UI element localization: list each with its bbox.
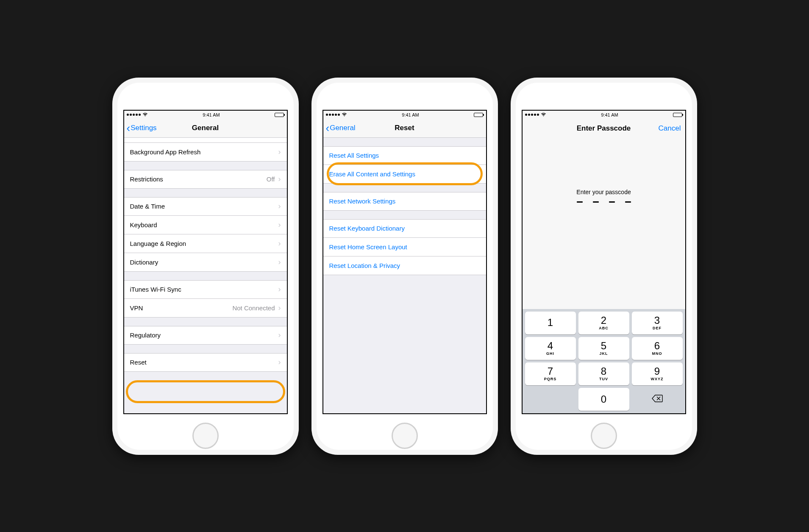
status-bar: 9:41 AM [323,111,486,119]
row-label: Keyboard [130,221,157,228]
battery-icon [673,113,682,117]
key-delete[interactable] [632,388,683,411]
row-date-time[interactable]: Date & Time › [124,197,287,216]
chevron-right-icon: › [278,220,281,229]
row-label: Reset Keyboard Dictionary [329,225,405,232]
key-7[interactable]: 7PQRS [525,362,576,385]
key-9[interactable]: 9WXYZ [632,362,683,385]
row-vpn[interactable]: VPN Not Connected› [124,299,287,318]
row-language-region[interactable]: Language & Region › [124,234,287,253]
chevron-right-icon: › [278,331,281,340]
row-label: Reset [130,359,147,366]
row-label: Regulatory [130,331,161,339]
chevron-right-icon: › [278,358,281,367]
row-label: Date & Time [130,203,165,210]
chevron-right-icon: › [278,138,281,138]
wifi-icon [142,112,148,117]
key-3[interactable]: 3DEF [632,312,683,334]
row-restrictions[interactable]: Restrictions Off› [124,170,287,189]
back-label: General [330,124,355,132]
row-itunes-wifi-sync[interactable]: iTunes Wi-Fi Sync › [124,280,287,299]
battery-icon [275,113,284,117]
screen-general-settings: 9:41 AM ‹ Settings General Storage & iCl… [123,110,288,414]
key-8[interactable]: 8TUV [578,362,629,385]
passcode-body: Enter your passcode [523,138,685,309]
row-label: Reset Network Settings [329,198,396,205]
row-reset-all-settings[interactable]: Reset All Settings [323,146,486,165]
wifi-icon [541,112,546,117]
nav-bar: ‹ Settings General [124,119,287,138]
row-label: VPN [130,304,143,312]
chevron-right-icon: › [278,285,281,294]
numeric-keypad: 1 2ABC 3DEF 4GHI 5JKL 6MNO 7PQRS 8TUV 9W… [523,309,685,413]
row-detail: Not Connected [232,304,275,312]
nav-bar: Enter Passcode Cancel [523,119,685,138]
row-keyboard[interactable]: Keyboard › [124,216,287,234]
passcode-prompt: Enter your passcode [576,189,631,195]
home-button[interactable] [392,423,418,449]
status-time: 9:41 AM [402,112,419,117]
screen-reset-menu: 9:41 AM ‹ General Reset Reset All Settin… [322,110,487,414]
row-label: Erase All Content and Settings [329,170,415,178]
back-label: Settings [131,124,156,132]
cancel-button[interactable]: Cancel [659,124,681,133]
status-time: 9:41 AM [601,112,618,117]
row-reset-location-privacy[interactable]: Reset Location & Privacy [323,256,486,275]
chevron-left-icon: ‹ [127,123,131,134]
status-time: 9:41 AM [203,112,220,117]
wifi-icon [342,112,347,117]
screen-enter-passcode: 9:41 AM Enter Passcode Cancel Enter your… [522,110,686,414]
row-label: Reset All Settings [329,152,379,159]
row-label: Language & Region [130,240,186,247]
row-background-app-refresh[interactable]: Background App Refresh › [124,143,287,162]
chevron-right-icon: › [278,202,281,211]
key-blank [525,388,576,411]
iphone-frame-2: 9:41 AM ‹ General Reset Reset All Settin… [311,78,498,455]
iphone-frame-1: 9:41 AM ‹ Settings General Storage & iCl… [112,78,299,455]
chevron-right-icon: › [278,304,281,312]
status-bar: 9:41 AM [124,111,287,119]
row-label: Restrictions [130,175,163,183]
key-5[interactable]: 5JKL [578,337,629,360]
row-label: iTunes Wi-Fi Sync [130,286,181,293]
back-button[interactable]: ‹ Settings [127,123,157,134]
reset-list: Reset All Settings Erase All Content and… [323,138,486,413]
chevron-right-icon: › [278,239,281,248]
key-1[interactable]: 1 [525,312,576,334]
row-reset-keyboard-dictionary[interactable]: Reset Keyboard Dictionary [323,219,486,238]
signal-dots-icon [326,114,340,116]
back-button[interactable]: ‹ General [326,123,356,134]
chevron-right-icon: › [278,258,281,267]
battery-icon [474,113,483,117]
row-erase-all-content[interactable]: Erase All Content and Settings [323,165,486,184]
settings-list: Storage & iCloud Usage › Background App … [124,138,287,413]
passcode-dashes [577,201,631,203]
iphone-frame-3: 9:41 AM Enter Passcode Cancel Enter your… [511,78,697,455]
row-storage-icloud[interactable]: Storage & iCloud Usage › [124,138,287,143]
backspace-icon [652,394,663,404]
chevron-right-icon: › [278,175,281,183]
nav-bar: ‹ General Reset [323,119,486,138]
row-label: Reset Home Screen Layout [329,243,407,251]
chevron-left-icon: ‹ [326,123,330,134]
row-detail: Off [267,175,275,183]
status-bar: 9:41 AM [523,111,685,119]
signal-dots-icon [127,114,141,116]
chevron-right-icon: › [278,148,281,156]
row-label: Dictionary [130,259,158,266]
key-6[interactable]: 6MNO [632,337,683,360]
row-label: Reset Location & Privacy [329,262,400,269]
row-reset[interactable]: Reset › [124,353,287,372]
home-button[interactable] [192,423,219,449]
row-dictionary[interactable]: Dictionary › [124,253,287,272]
row-regulatory[interactable]: Regulatory › [124,326,287,345]
row-reset-home-screen-layout[interactable]: Reset Home Screen Layout [323,238,486,256]
key-4[interactable]: 4GHI [525,337,576,360]
signal-dots-icon [525,114,539,116]
home-button[interactable] [591,423,617,449]
key-0[interactable]: 0 [578,388,629,411]
row-label: Background App Refresh [130,148,201,156]
row-reset-network-settings[interactable]: Reset Network Settings [323,192,486,211]
key-2[interactable]: 2ABC [578,312,629,334]
highlight-ring [126,380,285,403]
